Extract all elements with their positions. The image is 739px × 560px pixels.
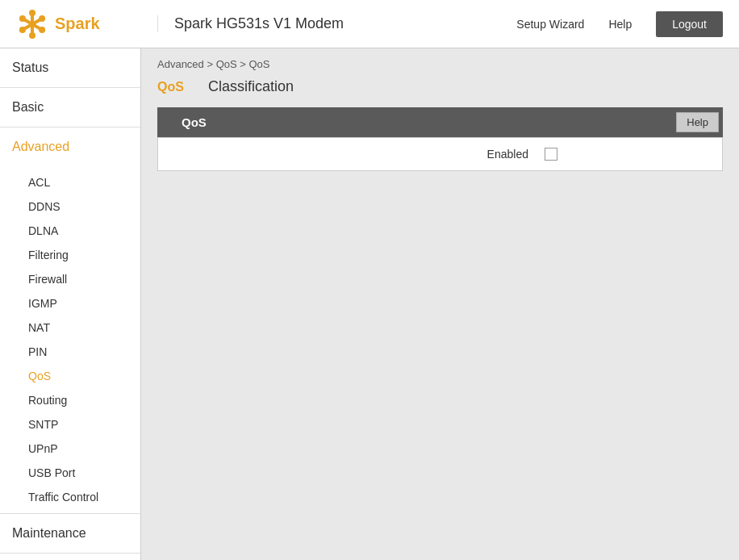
- tab-bar: QoS Help: [157, 107, 723, 137]
- sidebar-item-usb-port[interactable]: USB Port: [0, 461, 140, 485]
- sidebar-item-igmp[interactable]: IGMP: [0, 291, 140, 316]
- content-area: Advanced > QoS > QoS QoS Classification …: [141, 48, 739, 560]
- sidebar-item-nat[interactable]: NAT: [0, 316, 140, 340]
- svg-point-6: [39, 27, 45, 33]
- enabled-value: [545, 148, 706, 161]
- sidebar-item-advanced[interactable]: Advanced: [0, 127, 140, 166]
- sidebar-item-status[interactable]: Status: [0, 48, 140, 87]
- sidebar-section-advanced: Advanced ACL DDNS DLNA Filtering Firewal…: [0, 127, 140, 514]
- sidebar-item-pin[interactable]: PIN: [0, 340, 140, 364]
- content-box: Enabled: [157, 137, 723, 171]
- sidebar-item-routing[interactable]: Routing: [0, 388, 140, 412]
- sidebar-item-maintenance[interactable]: Maintenance: [0, 514, 140, 553]
- enabled-row: Enabled: [158, 138, 722, 170]
- svg-point-7: [39, 15, 45, 22]
- tab-help-button[interactable]: Help: [676, 112, 719, 132]
- logout-button[interactable]: Logout: [656, 11, 723, 37]
- help-link[interactable]: Help: [608, 18, 632, 31]
- header: Spark Spark HG531s V1 Modem Setup Wizard…: [0, 0, 739, 48]
- svg-point-8: [19, 27, 26, 33]
- sidebar-section-maintenance: Maintenance: [0, 514, 140, 554]
- logo-area: Spark: [16, 8, 153, 40]
- tab-qos[interactable]: QoS: [157, 107, 231, 137]
- page-header: QoS Classification: [141, 74, 739, 107]
- sidebar-item-basic[interactable]: Basic: [0, 88, 140, 127]
- svg-point-3: [29, 10, 35, 16]
- sidebar-item-upnp[interactable]: UPnP: [0, 437, 140, 461]
- sidebar-item-filtering[interactable]: Filtering: [0, 243, 140, 267]
- svg-point-4: [29, 32, 35, 39]
- app-title: Spark HG531s V1 Modem: [157, 15, 516, 32]
- breadcrumb: Advanced > QoS > QoS: [141, 48, 739, 74]
- sidebar-section-status: Status: [0, 48, 140, 88]
- page-main-title: Classification: [208, 78, 294, 95]
- sidebar-item-firewall[interactable]: Firewall: [0, 267, 140, 291]
- sidebar-item-ddns[interactable]: DDNS: [0, 194, 140, 219]
- svg-point-5: [19, 15, 26, 22]
- sidebar-section-basic: Basic: [0, 88, 140, 127]
- sidebar-advanced-items: ACL DDNS DLNA Filtering Firewall IGMP NA…: [0, 166, 140, 513]
- sidebar-item-dlna[interactable]: DLNA: [0, 219, 140, 243]
- sidebar-item-qos[interactable]: QoS: [0, 364, 140, 388]
- header-links: Setup Wizard Help Logout: [516, 11, 723, 37]
- page-section-title: QoS: [157, 80, 184, 94]
- enabled-label: Enabled: [174, 148, 545, 161]
- logo-text: Spark: [55, 15, 100, 33]
- sidebar: Status Basic Advanced ACL DDNS DLNA Filt…: [0, 48, 141, 560]
- enabled-checkbox[interactable]: [545, 148, 557, 161]
- main-layout: Status Basic Advanced ACL DDNS DLNA Filt…: [0, 48, 739, 560]
- setup-wizard-link[interactable]: Setup Wizard: [516, 18, 584, 31]
- sidebar-item-sntp[interactable]: SNTP: [0, 412, 140, 437]
- sidebar-item-acl[interactable]: ACL: [0, 170, 140, 194]
- spark-logo-icon: [16, 8, 48, 40]
- sidebar-item-traffic-control[interactable]: Traffic Control: [0, 485, 140, 509]
